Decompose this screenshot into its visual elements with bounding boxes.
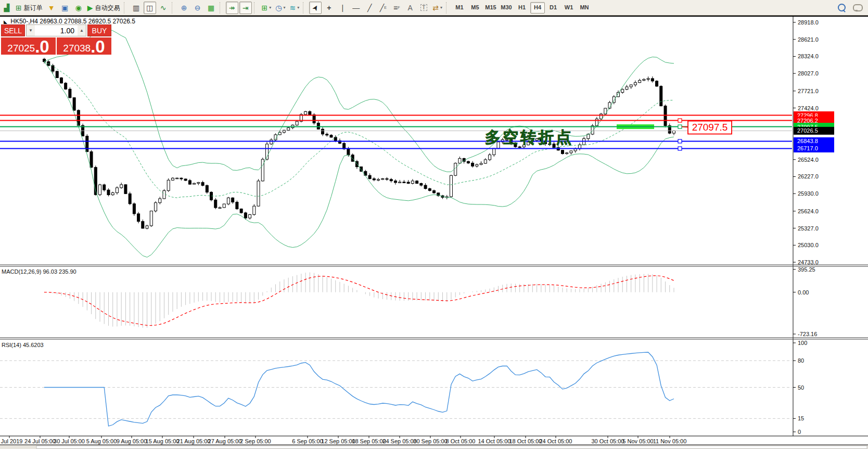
buy-price-button[interactable]: 27038.0 xyxy=(57,37,111,55)
svg-text:80: 80 xyxy=(798,357,804,364)
svg-text:100: 100 xyxy=(798,340,807,346)
clock-icon: ◷ xyxy=(275,4,282,11)
search-icon[interactable] xyxy=(838,4,846,11)
price-callout: 27097.5 xyxy=(688,121,732,134)
crosshair-button[interactable]: + xyxy=(323,2,335,14)
tf-w1[interactable]: W1 xyxy=(561,2,576,14)
label-button[interactable]: T xyxy=(417,2,430,14)
y-tick-label: 26227.0 xyxy=(798,173,819,179)
tile-windows-button[interactable]: ▦ xyxy=(205,2,218,14)
cursor-button[interactable]: ➤ xyxy=(309,2,322,14)
y-tick-label: 27424.0 xyxy=(798,105,819,111)
channel-button[interactable]: ╱E xyxy=(377,2,389,14)
x-tick-label: 12 Sep 05:00 xyxy=(321,438,355,444)
tf-m30[interactable]: M30 xyxy=(499,2,514,14)
chart-shift-button[interactable]: ⇥ xyxy=(239,2,252,14)
horizontal-scrollbar[interactable] xyxy=(36,446,867,448)
macd-panel: MACD(12,26,9) 96.03 235.90395.250.00-723… xyxy=(2,266,817,337)
chart-shift-icon: ⇥ xyxy=(242,4,249,11)
cursor-icon: ➤ xyxy=(311,3,320,12)
chart-window[interactable]: 多空转折点27097.528918.028621.028324.028027.0… xyxy=(0,16,868,449)
zoom-in-button[interactable]: ⊕ xyxy=(178,2,190,14)
chart-ohlc-label: 26963.0 27088.5 26920.5 27026.5 xyxy=(40,18,135,25)
buy-button[interactable]: BUY xyxy=(87,24,111,36)
autotrading-button-label: 自动交易 xyxy=(95,5,120,11)
x-tick-label: 24 Sep 05:00 xyxy=(382,438,416,444)
x-tick-label: 8 Oct 05:00 xyxy=(446,438,476,444)
y-tick-label: 25930.0 xyxy=(798,190,819,197)
chart-corner-icon: ◣ xyxy=(4,19,7,24)
trendline-button[interactable]: ╱ xyxy=(363,2,376,14)
text-button[interactable]: A xyxy=(404,2,416,14)
new-order-button-label: 新订单 xyxy=(24,5,43,11)
chevron-down-icon: ▾ xyxy=(269,6,271,10)
tf-m15[interactable]: M15 xyxy=(483,2,498,14)
text-icon: A xyxy=(408,4,413,11)
navigator-button[interactable]: ▣ xyxy=(59,2,71,14)
volume-input[interactable]: 1.00 xyxy=(35,25,78,36)
svg-text:27206.2: 27206.2 xyxy=(797,118,818,124)
periods-button[interactable]: ◷▾ xyxy=(274,2,287,14)
volume-decrease-button[interactable]: ▼ xyxy=(27,25,35,36)
autotrading-button[interactable]: ▶自动交易 xyxy=(86,2,122,14)
sell-price-button[interactable]: 27025.0 xyxy=(1,37,56,55)
chat-icon[interactable] xyxy=(853,4,863,11)
marketwatch-button[interactable]: ▼ xyxy=(45,2,58,14)
signals-button[interactable]: ◉ xyxy=(72,2,85,14)
x-tick-label: 6 Sep 05:00 xyxy=(292,438,323,444)
tf-m5[interactable]: M5 xyxy=(468,2,482,14)
window-icon: ▣ xyxy=(61,4,68,11)
fibonacci-button[interactable]: ≡F xyxy=(390,2,403,14)
svg-text:27097.5: 27097.5 xyxy=(692,122,728,133)
tf-m1[interactable]: M1 xyxy=(452,2,467,14)
svg-text:15: 15 xyxy=(798,415,804,421)
line-handle[interactable] xyxy=(678,139,682,143)
volume-increase-button[interactable]: ▲ xyxy=(78,25,86,36)
toolbar-separator xyxy=(172,2,176,14)
clipped-chart-button[interactable]: ▟ xyxy=(1,2,13,14)
line-chart-icon: ∿ xyxy=(160,4,167,11)
new-chart-button[interactable]: ⊞▾ xyxy=(260,2,273,14)
line-handle[interactable] xyxy=(678,119,682,122)
signal-icon: ◉ xyxy=(75,4,82,11)
sell-price: 27025 xyxy=(7,43,35,54)
price-label-27026.5: 27026.5 xyxy=(794,127,834,135)
chart-canvas[interactable]: 多空转折点27097.528918.028621.028324.028027.0… xyxy=(0,16,868,449)
tf-h4[interactable]: H4 xyxy=(530,2,545,14)
fibonacci-icon: ≡ xyxy=(393,4,398,11)
x-tick-label: 30 Oct 05:00 xyxy=(592,438,624,444)
tf-mn[interactable]: MN xyxy=(577,2,592,14)
tf-h1[interactable]: H1 xyxy=(515,2,529,14)
channel-icon: ╱ xyxy=(380,4,384,11)
crosshair-icon: + xyxy=(327,4,331,11)
x-tick-label: 18 Oct 05:00 xyxy=(509,438,542,444)
chevron-down-icon: ▾ xyxy=(283,6,285,10)
x-tick-label: 2 Sep 05:00 xyxy=(240,438,271,444)
autoscroll-button[interactable]: ↠ xyxy=(226,2,238,14)
trade-row-prices: 27025.0 27038.0 xyxy=(1,37,111,55)
autoscroll-icon: ↠ xyxy=(229,4,235,11)
hline-button[interactable]: — xyxy=(350,2,362,14)
candlestick-icon: ◫ xyxy=(146,4,153,11)
y-tick-label: 24733.0 xyxy=(798,259,819,265)
y-tick-label: 28621.0 xyxy=(798,36,819,43)
buy-price-pips: .0 xyxy=(91,40,105,54)
tf-d1[interactable]: D1 xyxy=(546,2,560,14)
price-axis: 28918.028621.028324.028027.027721.027424… xyxy=(793,19,834,265)
vline-button[interactable]: | xyxy=(336,2,349,14)
line-handle[interactable] xyxy=(678,147,682,150)
line-chart-button[interactable]: ∿ xyxy=(157,2,170,14)
line-handle[interactable] xyxy=(678,125,682,129)
one-click-trading-panel: SELL ▼ 1.00 ▲ BUY 27025.0 27038.0 xyxy=(1,24,111,55)
x-tick-label: 5 Aug 05:00 xyxy=(86,438,117,444)
arrows-button[interactable]: ⇄▾ xyxy=(431,2,444,14)
candlestick-button[interactable]: ◫ xyxy=(144,2,156,14)
new-order-button[interactable]: ⊞新订单 xyxy=(14,2,44,14)
sell-button[interactable]: SELL xyxy=(1,24,25,36)
zoom-in-icon: ⊕ xyxy=(181,4,187,11)
zoom-out-button[interactable]: ⊖ xyxy=(192,2,204,14)
indicators-button[interactable]: ≋▾ xyxy=(288,2,301,14)
toolbar-right xyxy=(838,4,868,11)
bar-chart-button[interactable]: ▥ xyxy=(130,2,143,14)
y-tick-label: 27721.0 xyxy=(798,88,819,94)
